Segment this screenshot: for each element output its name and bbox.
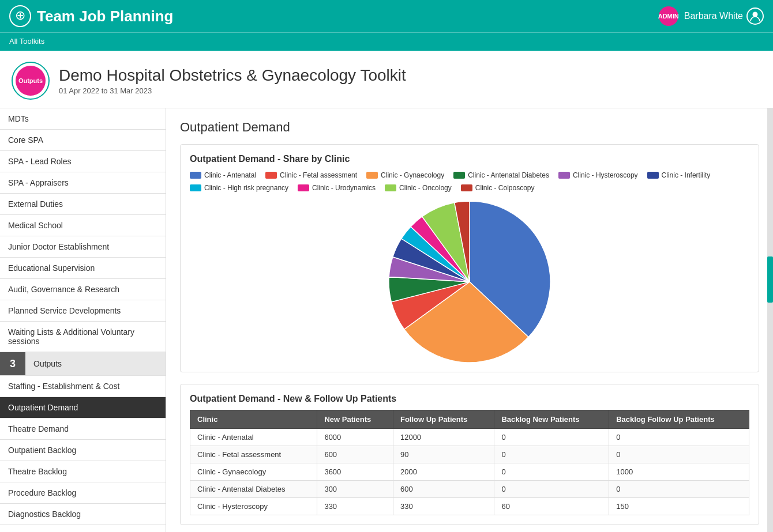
content-area: Outpatient Demand Outpatient Demand - Sh…	[166, 108, 773, 532]
user-name-display: Barbara White	[684, 7, 764, 25]
sidebar-item-audit-governance[interactable]: Audit, Governance & Research	[0, 279, 166, 300]
sub-header: All Toolkits	[0, 32, 773, 51]
outputs-badge-label: Outputs	[16, 66, 46, 96]
legend-color-box	[453, 172, 465, 179]
sidebar-item-diagnostics-backlog[interactable]: Diagnostics Backlog	[0, 504, 166, 525]
table-clinic-cell: Clinic - Antenatal	[190, 429, 317, 446]
sidebar-section-label[interactable]: Outputs	[25, 353, 70, 374]
legend-label: Clinic - Hysteroscopy	[573, 171, 638, 179]
legend-color-box	[298, 184, 309, 191]
outpatient-table: ClinicNew PatientsFollow Up PatientsBack…	[190, 410, 749, 515]
legend-label: Clinic - Antenatal Diabetes	[468, 171, 549, 179]
legend-item: Clinic - Antenatal	[190, 171, 256, 179]
table-value-cell: 0	[494, 463, 609, 481]
table-column-header: New Patients	[317, 410, 393, 429]
table-value-cell: 90	[393, 446, 494, 463]
legend-color-box	[558, 172, 570, 179]
table-value-cell: 0	[494, 481, 609, 498]
sidebar-item-theatre-backlog[interactable]: Theatre Backlog	[0, 461, 166, 482]
table-value-cell: 150	[609, 498, 749, 515]
legend-label: Clinic - High risk pregnancy	[204, 184, 288, 192]
sidebar-item-procedure-backlog[interactable]: Procedure Backlog	[0, 482, 166, 504]
legend-item: Clinic - Antenatal Diabetes	[453, 171, 549, 179]
table-column-header: Backlog Follow Up Patients	[609, 410, 749, 429]
table-value-cell: 600	[393, 481, 494, 498]
legend-item: Clinic - Fetal assessment	[265, 171, 357, 179]
table-value-cell: 0	[609, 446, 749, 463]
table-value-cell: 6000	[317, 429, 393, 446]
toolkit-date-range: 01 Apr 2022 to 31 Mar 2023	[59, 86, 406, 95]
table-value-cell: 0	[609, 481, 749, 498]
legend-item: Clinic - Gynaecology	[366, 171, 444, 179]
legend-item: Clinic - Urodynamics	[298, 184, 376, 192]
header-left: ⊕ Team Job Planning	[9, 5, 173, 27]
legend-label: Clinic - Fetal assessment	[280, 171, 357, 179]
sidebar-item-outpatient-demand[interactable]: Outpatient Demand	[0, 397, 166, 418]
sidebar-item-junior-doctor[interactable]: Junior Doctor Establishment	[0, 236, 166, 258]
legend-label: Clinic - Antenatal	[204, 171, 256, 179]
legend-color-box	[385, 184, 396, 191]
table-column-header: Follow Up Patients	[393, 410, 494, 429]
legend-item: Clinic - Infertility	[647, 171, 711, 179]
app-logo-icon: ⊕	[9, 5, 31, 27]
table-clinic-cell: Clinic - Hysteroscopy	[190, 498, 317, 515]
legend-color-box	[190, 172, 201, 179]
sidebar-item-educational-supervision[interactable]: Educational Supervision	[0, 258, 166, 279]
toolkit-header: Outputs Demo Hospital Obstetrics & Gynae…	[0, 51, 773, 108]
table-clinic-cell: Clinic - Fetal assessment	[190, 446, 317, 463]
table-value-cell: 330	[317, 498, 393, 515]
table-value-cell: 0	[494, 446, 609, 463]
sidebar-section-outputs-section[interactable]: 3 Outputs	[0, 352, 166, 376]
table-column-header: Clinic	[190, 410, 317, 429]
pie-chart-title: Outpatient Demand - Share by Clinic	[190, 154, 749, 164]
table-value-cell: 330	[393, 498, 494, 515]
pie-legend: Clinic - AntenatalClinic - Fetal assessm…	[190, 171, 749, 192]
table-value-cell: 12000	[393, 429, 494, 446]
legend-label: Clinic - Urodynamics	[312, 184, 376, 192]
sidebar-item-spa-appraisers[interactable]: SPA - Appraisers	[0, 172, 166, 194]
table-header: ClinicNew PatientsFollow Up PatientsBack…	[190, 410, 749, 429]
sidebar-item-mdts[interactable]: MDTs	[0, 108, 166, 130]
table-body: Clinic - Antenatal60001200000Clinic - Fe…	[190, 429, 749, 515]
sidebar-item-external-duties[interactable]: External Duties	[0, 194, 166, 215]
sidebar[interactable]: MDTsCore SPASPA - Lead RolesSPA - Apprai…	[0, 108, 166, 532]
table-value-cell: 0	[609, 429, 749, 446]
scrollbar-thumb[interactable]	[767, 256, 773, 303]
table-header-row: ClinicNew PatientsFollow Up PatientsBack…	[190, 410, 749, 429]
sidebar-item-medical-school[interactable]: Medical School	[0, 215, 166, 236]
table-value-cell: 600	[317, 446, 393, 463]
legend-item: Clinic - Colposcopy	[461, 184, 535, 192]
sidebar-item-dcc-requirements[interactable]: DCC Requirements	[0, 525, 166, 532]
table-value-cell: 60	[494, 498, 609, 515]
legend-color-box	[190, 184, 201, 191]
legend-label: Clinic - Colposcopy	[475, 184, 535, 192]
sidebar-item-core-spa[interactable]: Core SPA	[0, 130, 166, 151]
app-header: ⊕ Team Job Planning ADMIN Barbara White	[0, 0, 773, 32]
legend-color-box	[366, 172, 378, 179]
admin-badge: ADMIN	[659, 6, 678, 26]
toolkit-title: Demo Hospital Obstetrics & Gynaecology T…	[59, 66, 406, 85]
table-row: Clinic - Antenatal Diabetes30060000	[190, 481, 749, 498]
app-title: Team Job Planning	[37, 7, 173, 25]
table-title: Outpatient Demand - New & Follow Up Pati…	[190, 394, 749, 404]
pie-chart-container	[190, 201, 749, 363]
scrollbar-track[interactable]	[767, 108, 773, 532]
table-value-cell: 2000	[393, 463, 494, 481]
sidebar-item-staffing[interactable]: Staffing - Establishment & Cost	[0, 376, 166, 397]
table-row: Clinic - Fetal assessment6009000	[190, 446, 749, 463]
sidebar-item-spa-lead-roles[interactable]: SPA - Lead Roles	[0, 151, 166, 172]
sidebar-item-outpatient-backlog[interactable]: Outpatient Backlog	[0, 440, 166, 461]
legend-item: Clinic - High risk pregnancy	[190, 184, 288, 192]
table-card: Outpatient Demand - New & Follow Up Pati…	[180, 384, 759, 525]
svg-point-2	[753, 12, 758, 17]
table-row: Clinic - Gynaecology3600200001000	[190, 463, 749, 481]
pie-chart-card: Outpatient Demand - Share by Clinic Clin…	[180, 144, 759, 372]
sidebar-item-theatre-demand[interactable]: Theatre Demand	[0, 418, 166, 440]
table-row: Clinic - Antenatal60001200000	[190, 429, 749, 446]
sidebar-item-planned-service[interactable]: Planned Service Developments	[0, 300, 166, 322]
legend-label: Clinic - Gynaecology	[381, 171, 444, 179]
all-toolkits-link[interactable]: All Toolkits	[9, 37, 44, 46]
sidebar-item-waiting-lists[interactable]: Waiting Lists & Additional Voluntary ses…	[0, 322, 166, 352]
user-avatar-icon[interactable]	[746, 7, 764, 25]
sidebar-section-number: 3	[0, 352, 25, 375]
